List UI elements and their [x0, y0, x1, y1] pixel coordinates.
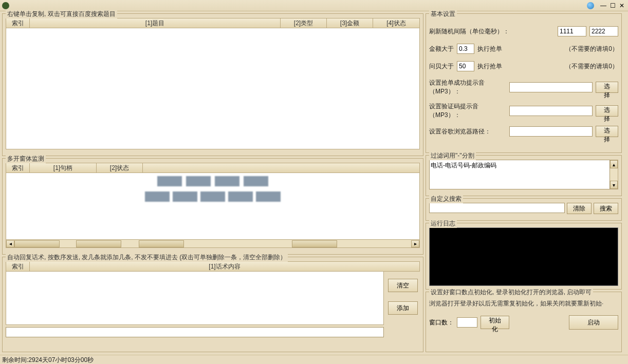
questions-panel: 右键单击复制, 双击可直接百度搜索题目 索引 [1]题目 [2]类型 [3]金额…	[2, 13, 423, 156]
mp3-success-input[interactable]	[509, 82, 593, 92]
init-button[interactable]: 初始化	[481, 316, 509, 329]
log-output[interactable]	[429, 227, 618, 286]
init-panel: 设置好窗口数点初始化, 登录初始化打开的浏览器, 启动即可 浏览器打开登录好以后…	[426, 292, 622, 352]
log-label: 运行日志	[429, 219, 457, 228]
select-mp3-captcha-button[interactable]: 选择	[596, 105, 618, 117]
basic-settings-label: 基本设置	[429, 10, 457, 18]
app-icon	[2, 2, 9, 9]
mp3-success-label: 设置抢单成功提示音（MP3）：	[429, 79, 506, 96]
col-status[interactable]: [2]状态	[97, 163, 143, 173]
scroll-right-icon[interactable]: ▸	[411, 240, 419, 247]
select-chrome-button[interactable]: 选择	[596, 126, 618, 137]
scroll-down-icon[interactable]: ▾	[610, 181, 618, 189]
search-button[interactable]: 搜索	[594, 203, 618, 214]
redacted-content	[6, 173, 419, 189]
scroll-left-icon[interactable]: ◂	[6, 240, 14, 247]
reply-panel-label: 自动回复话术, 按数序发送, 发几条就添加几条, 不发不要填进去 (双击可单独删…	[6, 253, 288, 262]
chrome-path-label: 设置谷歌浏览器路径：	[429, 127, 506, 136]
questions-header: 索引 [1]题目 [2]类型 [3]金额 [4]状态	[6, 18, 420, 28]
clear-button[interactable]: 清空	[388, 279, 418, 292]
windows-hscroll[interactable]: ◂ ▸	[6, 240, 420, 248]
basic-settings-panel: 基本设置 刷新随机间隔（单位毫秒）： 金额大于 执行抢单 （不需要的请填0） 问…	[426, 13, 622, 153]
minimize-button[interactable]: —	[599, 2, 607, 9]
col-content[interactable]: [1]话术内容	[30, 262, 419, 271]
refresh-min-input[interactable]	[558, 26, 586, 36]
window-count-input[interactable]	[457, 317, 477, 328]
col-status[interactable]: [4]状态	[373, 18, 419, 28]
chrome-path-input[interactable]	[509, 126, 593, 137]
col-handle[interactable]: [1]句柄	[30, 163, 97, 173]
filter-panel: 过滤词用"-"分割 电话-电话号码-邮政编码 ▴ ▾	[426, 155, 622, 196]
windows-panel: 多开窗体监测 索引 [1]句柄 [2]状态 ◂	[2, 158, 423, 255]
start-button[interactable]: 启动	[569, 315, 618, 330]
windows-header: 索引 [1]句柄 [2]状态	[6, 163, 420, 173]
clear-search-button[interactable]: 清除	[567, 203, 592, 214]
reply-header: 索引 [1]话术内容	[6, 261, 420, 272]
scroll-up-icon[interactable]: ▴	[610, 160, 618, 168]
close-button[interactable]: ✕	[618, 2, 626, 9]
col-type[interactable]: [2]类型	[281, 18, 327, 28]
reply-grid[interactable]	[6, 272, 384, 325]
reply-panel: 自动回复话术, 按数序发送, 发几条就添加几条, 不发不要填进去 (双击可单独删…	[2, 257, 423, 352]
search-label: 自定义搜索	[429, 195, 463, 203]
questions-grid[interactable]	[6, 28, 420, 149]
col-index[interactable]: 索引	[6, 18, 30, 28]
windows-grid[interactable]	[6, 173, 420, 240]
shell-gt-label: 问贝大于	[429, 62, 454, 71]
redacted-content-2	[6, 188, 419, 205]
refresh-max-input[interactable]	[589, 26, 618, 36]
filter-label: 过滤词用"-"分割	[429, 151, 476, 160]
add-button[interactable]: 添加	[388, 301, 418, 315]
col-blank	[143, 163, 419, 173]
amount-gt-input[interactable]	[457, 44, 474, 54]
remaining-time: 剩余时间:2924天07小时03分00秒	[2, 356, 94, 363]
reply-input[interactable]	[6, 327, 384, 337]
col-index[interactable]: 索引	[6, 163, 30, 173]
window-count-label: 窗口数：	[429, 318, 454, 327]
exec-label: 执行抢单	[477, 45, 502, 53]
col-amount[interactable]: [3]金额	[327, 18, 373, 28]
col-index[interactable]: 索引	[6, 262, 30, 271]
log-panel: 运行日志	[426, 223, 622, 290]
statusbar: 剩余时间:2924天07小时03分00秒	[0, 355, 628, 364]
search-input[interactable]	[429, 203, 565, 213]
globe-icon	[587, 2, 594, 9]
filter-textarea[interactable]: 电话-电话号码-邮政编码	[429, 160, 610, 189]
hint-zero: （不需要的请填0）	[565, 45, 618, 53]
search-panel: 自定义搜索 清除 搜索	[426, 198, 622, 221]
col-title[interactable]: [1]题目	[30, 18, 281, 28]
select-mp3-success-button[interactable]: 选择	[596, 82, 618, 93]
init-hint: 浏览器打开登录好以后无需重复初始化，如果关闭就要重新初始·	[429, 299, 618, 308]
shell-gt-input[interactable]	[457, 61, 474, 71]
hint-zero-2: （不需要的请填0）	[565, 62, 618, 71]
exec-label-2: 执行抢单	[477, 62, 502, 71]
questions-panel-label: 右键单击复制, 双击可直接百度搜索题目	[6, 10, 117, 18]
windows-panel-label: 多开窗体监测	[6, 155, 46, 163]
mp3-captcha-input[interactable]	[509, 106, 593, 116]
filter-vscroll[interactable]: ▴ ▾	[610, 160, 618, 189]
mp3-captcha-label: 设置验证码提示音（MP3）：	[429, 102, 506, 120]
amount-gt-label: 金额大于	[429, 45, 454, 53]
maximize-button[interactable]: ☐	[608, 2, 617, 9]
init-label: 设置好窗口数点初始化, 登录初始化打开的浏览器, 启动即可	[429, 288, 593, 297]
refresh-interval-label: 刷新随机间隔（单位毫秒）：	[429, 27, 509, 36]
